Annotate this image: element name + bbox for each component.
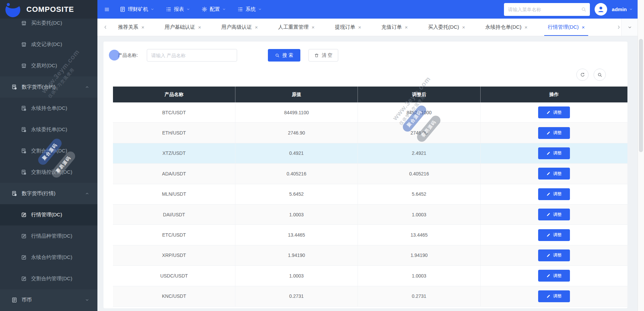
admin-screen: COMPOSITE 理财矿机报表配置系统 admin 推荐关系×用户基础认证×用… [0,0,644,311]
adjust-button[interactable]: 调整 [538,106,570,118]
sidebar-item-5[interactable]: 永续委托单(DC) [0,119,97,140]
close-icon[interactable]: × [582,25,585,30]
tab-6[interactable]: 买入委托(DC)× [418,19,475,36]
nav-menu-label: 报表 [174,6,184,13]
nav-menu-label: 配置 [210,6,220,13]
sidebar-item-11[interactable]: 永续合约管理(DC) [0,247,97,268]
close-icon[interactable]: × [312,25,315,30]
cell-adjusted-value: 1.94190 [358,245,481,265]
adjust-button[interactable]: 调整 [538,209,570,220]
search-button[interactable]: 搜 索 [268,49,300,62]
cell-product-name: KNC/USDT [113,286,235,306]
sidebar-item-label: 行情管理(DC) [31,212,62,218]
table-header-cell: 产品名称 [113,87,235,102]
sidebar-item-0[interactable]: 买出委托(DC) [0,19,97,34]
search-icon [581,7,586,12]
tab-1[interactable]: 用户基础认证× [155,19,211,36]
tab-label: 永续持仓单(DC) [485,24,522,30]
sidebar-item-label: 买出委托(DC) [31,20,62,26]
person-icon [597,5,605,13]
cell-action: 调整 [481,225,627,245]
sidebar-item-1[interactable]: 成交记录(DC) [0,34,97,55]
sidebar-menu: 买出委托(DC)成交记录(DC)交易对(DC)数字货币(合约)永续持仓单(DC)… [0,19,97,311]
adjust-button[interactable]: 调整 [538,229,570,241]
tab-label: 人工重置管理 [278,24,308,30]
adjust-button[interactable]: 调整 [538,290,570,302]
cell-adjusted-value: 84521.1000 [358,102,481,122]
sidebar-item-12[interactable]: 交割合约管理(DC) [0,268,97,289]
adjust-button[interactable]: 调整 [538,270,570,282]
tab-7[interactable]: 永续持仓单(DC)× [475,19,537,36]
tab-4[interactable]: 提现订单× [325,19,371,36]
tabs-dropdown-button[interactable] [621,19,638,36]
close-icon[interactable]: × [141,25,144,30]
sidebar-item-3[interactable]: 数字货币(合约) [0,76,97,98]
refresh-button[interactable] [576,69,589,81]
user-menu[interactable]: admin [612,6,633,12]
username: admin [612,6,627,12]
nav-menu-2[interactable]: 配置 [202,6,226,13]
adjust-button[interactable]: 调整 [538,127,570,139]
chevron-down-icon [186,7,190,11]
cell-product-name: MLN/USDT [113,184,235,204]
sidebar-item-8[interactable]: 数字货币(行情) [0,183,97,204]
adjust-button[interactable]: 调整 [538,188,570,200]
close-icon[interactable]: × [255,25,258,30]
adjust-button[interactable]: 调整 [538,147,570,159]
sql-icon [21,127,27,133]
tabs-scroll-right-button[interactable] [616,25,621,30]
sidebar-item-10[interactable]: 行情品种管理(DC) [0,225,97,247]
nav-menu-1[interactable]: 报表 [166,6,190,13]
nav-menu-label: 理财矿机 [128,6,148,13]
adjust-button[interactable]: 调整 [538,168,570,180]
sidebar: 买出委托(DC)成交记录(DC)交易对(DC)数字货币(合约)永续持仓单(DC)… [0,19,97,311]
sidebar-item-13[interactable]: 币币 [0,289,97,311]
hamburger-button[interactable] [104,7,110,12]
sidebar-item-6[interactable]: 交割合约单(DC) [0,140,97,162]
tab-0[interactable]: 推荐关系× [108,19,155,36]
gear-icon [202,6,207,12]
nav-menu-0[interactable]: 理财矿机 [120,6,154,13]
close-icon[interactable]: × [462,25,465,30]
cell-product-name: XRP/USDT [113,245,235,265]
list-icon [166,6,171,12]
cell-original-value: 2746.90 [235,123,358,143]
table-row: BTC/USDT84499.110084521.1000调整 [113,102,627,123]
cell-product-name: ETH/USDT [113,123,235,143]
close-icon[interactable]: × [525,25,528,30]
list-icon [237,6,243,12]
close-icon[interactable]: × [405,25,408,30]
adjust-button[interactable]: 调整 [538,249,570,261]
menu-search-input[interactable] [508,7,578,12]
tab-8[interactable]: 行情管理(DC)× [537,19,595,36]
tab-label: 用户基础认证 [165,24,195,30]
sidebar-item-label: 币币 [22,297,32,303]
cell-adjusted-value: 1.0003 [358,266,481,286]
close-icon[interactable]: × [198,25,201,30]
filter-form: 产品名称: 搜 索 清 空 [118,49,338,62]
sidebar-item-2[interactable]: 交易对(DC) [0,55,97,76]
column-search-button[interactable] [594,69,606,81]
sidebar-item-4[interactable]: 永续持仓单(DC) [0,98,97,119]
tab-5[interactable]: 充值订单× [371,19,418,36]
user-avatar[interactable] [595,3,607,16]
edit-icon [21,212,27,218]
close-icon[interactable]: × [358,25,361,30]
product-name-input[interactable] [147,49,237,62]
sidebar-item-label: 成交记录(DC) [31,41,62,48]
content-card: 产品名称: 搜 索 清 空 产品名称原值调整后操作 BTC/USDT84499.… [104,42,627,308]
scrollbar-thumb[interactable] [639,39,643,152]
chevron-down-icon [222,7,226,11]
table-row: XTZ/USDT0.49212.4921调整 [113,143,627,164]
clear-button[interactable]: 清 空 [308,49,338,62]
tab-2[interactable]: 用户高级认证× [211,19,268,36]
sidebar-item-9[interactable]: 行情管理(DC) [0,204,97,225]
nav-menu-3[interactable]: 系统 [237,6,262,13]
tabs-scroll-left-button[interactable] [103,25,108,30]
cell-action: 调整 [481,143,627,163]
tab-3[interactable]: 人工重置管理× [268,19,325,36]
cell-action: 调整 [481,184,627,204]
table-header-row: 产品名称原值调整后操作 [113,87,627,102]
sidebar-item-7[interactable]: 交割场控设置(DC) [0,162,97,183]
pencil-icon [546,192,551,196]
